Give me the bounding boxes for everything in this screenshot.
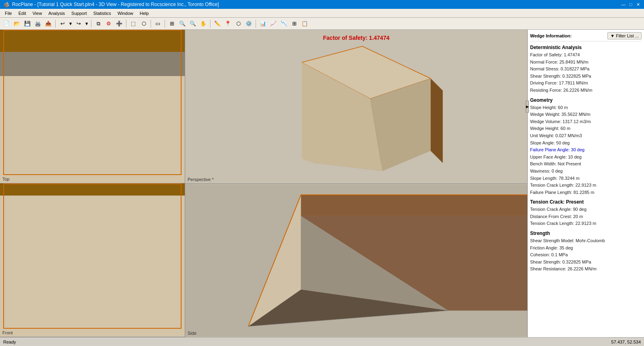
geo-line-10: Waviness: 0 deg [530,168,642,175]
geo-line-13: Failure Plane Length: 81.2285 m [530,189,642,196]
zoom-in-button[interactable]: 🔍 [178,19,187,29]
str-line-3: Cohesion: 0.1 MPa [530,251,642,259]
perspective-view-label: Perspective * [188,177,214,182]
top-layer-brown [0,30,185,52]
draw-point-button[interactable]: 📍 [223,19,233,29]
maximize-button[interactable]: □ [628,2,634,7]
tc-line-3: Tension Crack Length: 22.9123 m [530,220,642,227]
geo-line-5: Unit Weight: 0.027 MN/m3 [530,132,642,140]
menu-window[interactable]: Window [114,10,136,16]
da-line-6: Resisting Force: 26.2226 MN/m [530,87,642,94]
filter-list-label: Filter List ... [616,33,639,38]
toolbar-sep-4 [151,20,151,28]
str-line-1: Shear Strength Model: Mohr-Coulomb [530,237,642,245]
filter-list-button[interactable]: ▼ Filter List ... [607,32,642,39]
geometry-title: Geometry [530,97,642,103]
zoom-out-button[interactable]: 🔍 [188,19,198,29]
str-line-5: Shear Resistance: 26.2226 MN/m [530,266,642,273]
open-button[interactable]: 📂 [12,19,22,29]
menu-statistics[interactable]: Statistics [90,10,114,16]
str-line-4: Shear Strength: 0.322825 MPa [530,259,642,266]
undo-button[interactable]: ↩ [58,19,67,29]
wedge-info-label: Wedge Information: [530,33,572,38]
menu-view[interactable]: View [29,10,45,16]
tc-line-1: Tension Crack Angle: 90 deg [530,206,642,213]
main-area: Top Front Factor of Safety: 1.47474 [0,30,644,337]
tension-crack-section: Tension Crack: Present Tension Crack Ang… [530,199,642,227]
resize-handle[interactable]: ▶ [526,101,529,113]
filter-icon: ▼ [610,33,615,38]
fit-page-button[interactable]: ⊞ [167,19,177,29]
save-button[interactable]: 💾 [23,19,32,29]
chart-export-button[interactable]: 📋 [300,19,310,29]
menu-file[interactable]: File [2,10,15,16]
side-view-panel[interactable]: Side [185,184,527,338]
views-container: Top Front Factor of Safety: 1.47474 [0,30,527,337]
analyze-button[interactable]: ⚙ [104,19,114,29]
da-line-3: Normal Stress: 0.318227 MPa [530,66,642,73]
chart-table-button[interactable]: ⊞ [289,19,299,29]
minimize-button[interactable]: — [621,2,626,7]
tc-line-2: Distance From Crest: 20 m [530,213,642,220]
geo-line-11: Slope Length: 78.3244 m [530,175,642,182]
title-bar: 🪨 RocPlane - [Tutorial 1 Quick Start.pln… [0,0,644,9]
toolbar-sep-2 [91,20,91,28]
top-layer-gray [0,52,185,76]
front-view-panel[interactable]: Front [0,183,185,337]
toolbar-sep-3 [126,20,126,28]
add-view-button[interactable]: ➕ [114,19,124,29]
export-button[interactable]: 📤 [43,19,53,29]
app-icon: 🪨 [3,2,10,8]
deterministic-analysis-section: Deterministic Analysis Factor of Safety:… [530,45,642,94]
pan-button[interactable]: ✋ [198,19,208,29]
svg-marker-1 [431,78,443,163]
print-button[interactable]: 🖨️ [33,19,43,29]
toggle-plane-button[interactable]: ▭ [153,19,163,29]
geo-line-12: Tension Crack Length: 22.9123 m [530,182,642,189]
copy-button[interactable]: ⧉ [93,19,103,29]
close-button[interactable]: ✕ [635,2,641,7]
top-view-layers [0,30,185,183]
redo-button[interactable]: ↪ [74,19,83,29]
select-button[interactable]: ⬚ [128,19,138,29]
top-layer-beige [0,76,185,183]
undo-dropdown[interactable]: ▾ [68,19,73,29]
erase-button[interactable]: ⬡ [233,19,243,29]
geometry-section: Geometry Slope Height: 60 m Wedge Weight… [530,97,642,196]
front-view-layers [0,183,185,337]
top-view-label: Top [2,177,10,181]
chart-line-button[interactable]: 📈 [268,19,278,29]
side-view-svg [185,184,527,338]
top-view-panel[interactable]: Top [0,30,185,183]
toolbar-sep-1 [55,20,56,28]
zoom-window-button[interactable]: ⬡ [139,19,149,29]
strength-title: Strength [530,231,642,236]
right-views: Factor of Safety: 1.47474 [185,30,527,337]
right-panel: Wedge Information: ▼ Filter List ... Det… [527,30,644,337]
menu-analysis[interactable]: Analysis [45,10,68,16]
new-button[interactable]: 📄 [2,19,11,29]
settings-button[interactable]: ⚙️ [244,19,254,29]
menu-edit[interactable]: Edit [15,10,29,16]
toolbar-sep-6 [210,20,211,28]
geo-line-4: Wedge Height: 60 m [530,125,642,132]
menu-support[interactable]: Support [68,10,90,16]
perspective-view-panel[interactable]: Factor of Safety: 1.47474 [185,30,527,184]
front-layer-brown [0,183,185,196]
status-coordinates: 57.437, 52.534 [611,340,641,344]
toolbar-sep-5 [165,20,165,28]
redo-dropdown[interactable]: ▾ [84,19,89,29]
front-view-label: Front [2,330,13,335]
toolbar-sep-7 [256,20,256,28]
draw-line-button[interactable]: ✏️ [213,19,222,29]
front-layer-beige [0,196,185,337]
title-bar-controls[interactable]: — □ ✕ [621,2,641,7]
chart-bar-button[interactable]: 📊 [258,19,268,29]
str-line-2: Friction Angle: 35 deg [530,245,642,252]
right-panel-header: Wedge Information: ▼ Filter List ... [530,32,642,41]
wedge-3d-svg [270,38,443,175]
chart-area-button[interactable]: 📉 [279,19,289,29]
strength-section: Strength Shear Strength Model: Mohr-Coul… [530,231,642,273]
menu-help[interactable]: Help [136,10,152,16]
side-view-label: Side [188,331,196,336]
